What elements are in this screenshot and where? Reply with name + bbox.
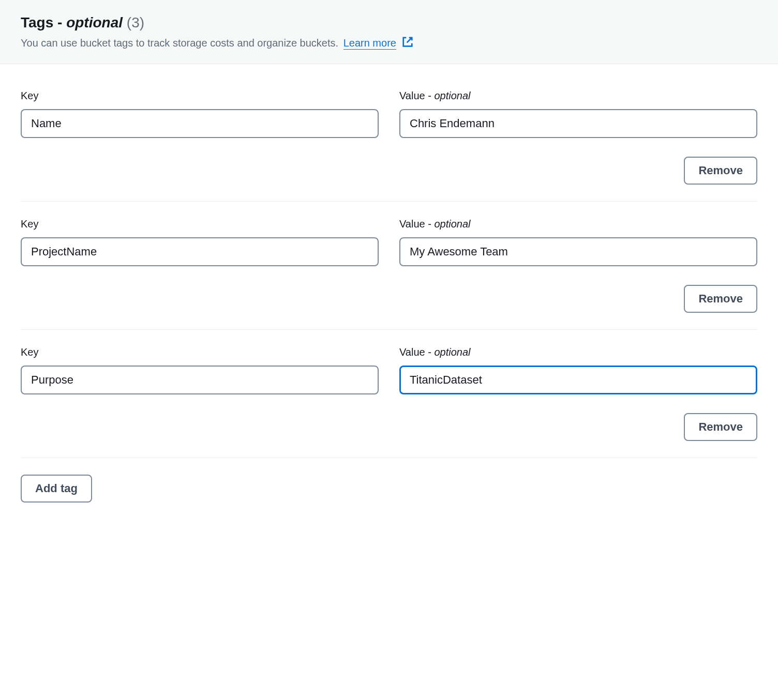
add-tag-wrap: Add tag <box>21 475 757 503</box>
value-field: Value - optional <box>399 90 757 138</box>
value-input[interactable] <box>399 366 757 394</box>
tag-row-actions: Remove <box>21 413 757 441</box>
key-label: Key <box>21 90 379 102</box>
value-label: Value - optional <box>399 218 757 230</box>
value-label: Value - optional <box>399 346 757 358</box>
tags-body: Key Value - optional Remove Key <box>0 64 778 523</box>
tags-title-prefix: Tags - <box>21 14 66 31</box>
add-tag-button[interactable]: Add tag <box>21 475 92 503</box>
key-input[interactable] <box>21 366 379 394</box>
key-field: Key <box>21 90 379 138</box>
key-label: Key <box>21 218 379 230</box>
tag-row-actions: Remove <box>21 285 757 313</box>
tags-title-optional: optional <box>66 14 123 31</box>
tag-row: Key Value - optional Remove <box>21 346 757 458</box>
tags-panel: Tags - optional (3) You can use bucket t… <box>0 0 778 523</box>
remove-button[interactable]: Remove <box>684 285 757 313</box>
value-field: Value - optional <box>399 346 757 394</box>
value-label-prefix: Value - <box>399 90 434 101</box>
tags-count: (3) <box>127 14 144 31</box>
value-label-prefix: Value - <box>399 346 434 358</box>
tags-subtitle: You can use bucket tags to track storage… <box>21 36 757 50</box>
remove-button[interactable]: Remove <box>684 157 757 185</box>
key-input[interactable] <box>21 109 379 138</box>
value-label-optional: optional <box>434 218 470 230</box>
tag-fields: Key Value - optional <box>21 218 757 266</box>
key-field: Key <box>21 218 379 266</box>
learn-more-link[interactable]: Learn more <box>343 37 396 50</box>
tag-row: Key Value - optional Remove <box>21 218 757 330</box>
key-input[interactable] <box>21 237 379 266</box>
tag-row-actions: Remove <box>21 157 757 185</box>
value-label-prefix: Value - <box>399 218 434 230</box>
key-field: Key <box>21 346 379 394</box>
external-link-icon <box>402 36 413 50</box>
tags-subtitle-text: You can use bucket tags to track storage… <box>21 37 338 49</box>
key-label: Key <box>21 346 379 358</box>
value-label-optional: optional <box>434 346 470 358</box>
value-input[interactable] <box>399 237 757 266</box>
value-input[interactable] <box>399 109 757 138</box>
tag-row: Key Value - optional Remove <box>21 90 757 202</box>
tag-fields: Key Value - optional <box>21 90 757 138</box>
tags-title: Tags - optional (3) <box>21 14 757 31</box>
tag-fields: Key Value - optional <box>21 346 757 394</box>
value-field: Value - optional <box>399 218 757 266</box>
value-label-optional: optional <box>434 90 470 101</box>
value-label: Value - optional <box>399 90 757 102</box>
tags-header: Tags - optional (3) You can use bucket t… <box>0 0 778 64</box>
remove-button[interactable]: Remove <box>684 413 757 441</box>
